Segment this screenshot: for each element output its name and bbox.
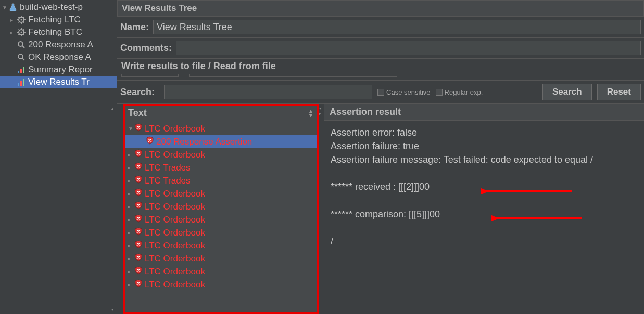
search-input[interactable] [164,85,372,99]
renderer-label: Text [128,108,147,119]
regex-label: Regular exp. [445,88,483,96]
svg-rect-26 [23,67,24,73]
assertion-item[interactable]: 200 Response Assertion [125,135,317,148]
sampler-item[interactable]: ▸LTC Orderbook [125,265,317,278]
sidebar-item[interactable]: ▸Fetching LTC [0,14,117,26]
svg-line-16 [19,30,20,31]
tree-toggle-icon[interactable]: ▸ [128,178,134,184]
sampler-item[interactable]: ▸LTC Orderbook [125,239,317,252]
tree-toggle-icon[interactable]: ▸ [128,165,134,171]
name-input[interactable] [153,20,641,34]
tree-toggle-icon[interactable]: ▸ [128,282,134,287]
svg-rect-29 [23,79,24,86]
write-results-fieldset: Write results to file / Read from file [117,58,644,80]
assertion-line [331,221,638,234]
tree-root[interactable]: ▼ build-web-test-p [0,1,117,14]
gear-icon [17,15,26,24]
sampler-item[interactable]: ▸LTC Trades [125,161,317,174]
tree-toggle-icon[interactable]: ▸ [128,217,134,223]
sampler-item[interactable]: ▸LTC Orderbook [125,200,317,213]
tree-toggle-icon[interactable]: ▸ [128,243,134,248]
sidebar-item[interactable]: OK Response A [0,51,117,63]
panel-title: View Results Tree [117,0,644,17]
lens-icon [17,40,26,49]
gear-icon [17,28,26,37]
sampler-item[interactable]: ▸LTC Orderbook [125,187,317,200]
sidebar-item[interactable]: View Results Tr [0,76,117,88]
error-shield-icon [134,188,145,199]
arrow-right-icon: ▸ [319,111,321,116]
results-renderer-dropdown[interactable]: Text ▲▼ [125,106,317,121]
splitter-handle[interactable]: ◂ ▸ [319,104,324,314]
svg-point-22 [18,54,23,59]
assertion-line: / [331,234,638,248]
scroll-up-icon[interactable]: ▴ [110,106,115,111]
results-area: ▴ ▾ Text ▲▼ ▼LTC Orderbook200 Response A… [117,103,644,314]
sidebar-item[interactable]: 200 Response A [0,38,117,51]
tree-toggle-icon[interactable]: ▼ [128,126,134,132]
comments-row: Comments: [117,37,644,58]
tree-toggle-icon[interactable]: ▼ [2,5,7,10]
sampler-item[interactable]: ▸LTC Orderbook [125,226,317,239]
sidebar-item-label: Fetching BTC [28,27,82,37]
svg-line-23 [22,58,24,60]
assertion-line: Assertion failure: true [331,139,638,153]
tree-toggle-icon[interactable]: ▸ [128,191,134,197]
search-button[interactable]: Search [542,84,592,100]
svg-rect-27 [18,83,19,86]
sampler-item[interactable]: ▸LTC Orderbook [125,278,317,291]
result-item-label: 200 Response Assertion [156,137,252,147]
sidebar-item-label: View Results Tr [28,77,90,87]
result-item-label: LTC Trades [145,176,191,186]
tree-toggle-icon[interactable]: ▸ [128,152,134,158]
result-item-label: LTC Orderbook [145,202,205,212]
sidebar-tree: ▼ build-web-test-p ▸Fetching LTC▸Fetchin… [0,0,117,314]
assertion-line [331,166,638,180]
result-item-label: LTC Orderbook [145,254,205,264]
search-row: Search: Case sensitive Regular exp. Sear… [117,80,644,103]
svg-line-7 [23,22,24,23]
assertion-header: Assertion result [324,104,644,121]
sampler-item[interactable]: ▸LTC Orderbook [125,213,317,226]
assertion-body: Assertion error: falseAssertion failure:… [324,121,644,253]
sidebar-item[interactable]: Summary Repor [0,63,117,76]
svg-line-19 [23,30,24,31]
tree-toggle-icon[interactable]: ▸ [128,269,134,274]
sampler-item[interactable]: ▸LTC Orderbook [125,148,317,161]
result-item-label: LTC Trades [145,163,191,173]
error-shield-icon [134,149,145,160]
results-tree[interactable]: ▼LTC Orderbook200 Response Assertion▸LTC… [125,121,317,312]
svg-line-18 [19,34,20,35]
tree-toggle-icon[interactable]: ▸ [128,256,134,261]
svg-point-1 [21,19,22,21]
error-shield-icon [134,201,145,212]
result-item-label: LTC Orderbook [145,150,205,160]
sidebar-item[interactable]: ▸Fetching BTC [0,26,117,38]
arrow-left-icon: ◂ [319,106,321,111]
name-row: Name: [117,17,644,37]
splitter-gutter: ▴ ▾ [117,104,123,314]
tree-root-label: build-web-test-p [20,2,83,12]
tree-toggle-icon[interactable]: ▸ [128,230,134,236]
chart-icon [17,77,26,87]
sidebar-item-label: 200 Response A [28,40,93,50]
checkbox-box-icon [436,89,443,96]
comments-input[interactable] [176,41,641,55]
fieldset-title: Write results to file / Read from file [117,58,644,72]
sampler-item[interactable]: ▼LTC Orderbook [125,122,317,135]
result-item-label: LTC Orderbook [145,241,205,251]
reset-button[interactable]: Reset [597,84,641,100]
svg-line-21 [22,46,24,48]
svg-line-9 [23,17,24,18]
scroll-down-icon[interactable]: ▾ [110,307,115,312]
sampler-item[interactable]: ▸LTC Orderbook [125,252,317,265]
assertion-line [331,193,638,207]
checkbox-box-icon [377,89,384,96]
error-shield-icon [134,162,145,173]
regex-checkbox[interactable]: Regular exp. [436,88,483,96]
tree-toggle-icon[interactable]: ▸ [128,204,134,210]
flask-icon [8,3,18,12]
svg-rect-28 [20,81,22,86]
case-sensitive-checkbox[interactable]: Case sensitive [377,88,431,96]
sampler-item[interactable]: ▸LTC Trades [125,174,317,187]
